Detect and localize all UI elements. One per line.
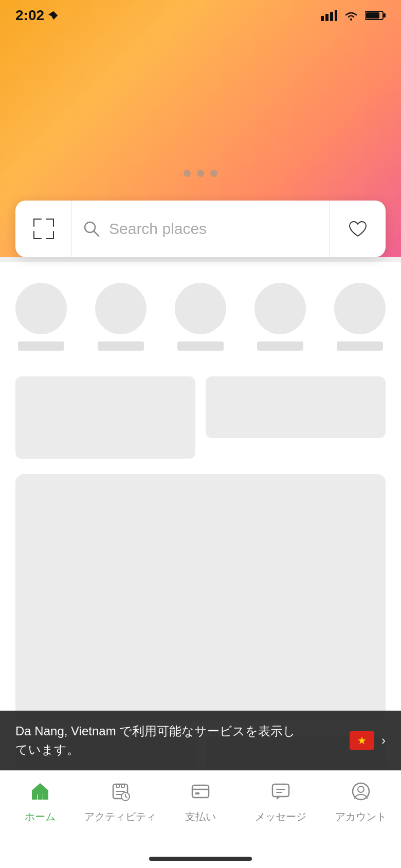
tab-payment-label: 支払い [185, 810, 216, 824]
home-indicator [149, 857, 252, 861]
svg-rect-3 [335, 10, 337, 21]
categories-row [15, 283, 386, 351]
category-label-1 [18, 341, 64, 351]
tab-account-label: アカウント [335, 810, 387, 824]
svg-rect-8 [33, 219, 42, 220]
svg-rect-11 [53, 219, 54, 227]
tab-bar: ホーム アクティビティ 支払い [0, 770, 401, 868]
location-arrow-icon [48, 10, 59, 21]
category-label-2 [98, 341, 144, 351]
signal-icon [321, 10, 337, 21]
svg-rect-21 [121, 784, 124, 787]
category-circle-4 [254, 283, 306, 334]
svg-point-4 [350, 19, 352, 21]
svg-rect-7 [366, 12, 379, 19]
large-skeleton-card [15, 474, 386, 721]
status-time: 2:02 [15, 7, 59, 24]
chevron-right-icon: › [381, 733, 386, 748]
wifi-icon [343, 10, 359, 21]
svg-rect-6 [384, 13, 386, 17]
status-bar: 2:02 [0, 0, 401, 31]
main-content [0, 262, 401, 765]
search-bar-container: Search places [15, 201, 386, 257]
home-icon [29, 780, 51, 806]
tab-payment[interactable]: 支払い [160, 780, 241, 824]
skeleton-card-1 [15, 376, 195, 459]
activity-icon [109, 780, 132, 806]
two-card-row [15, 376, 386, 459]
category-label-3 [177, 341, 224, 351]
category-item-2 [95, 283, 147, 351]
category-circle-5 [334, 283, 386, 334]
tab-home[interactable]: ホーム [0, 780, 80, 824]
svg-rect-13 [33, 231, 34, 239]
category-label-4 [257, 341, 303, 351]
dot-1 [184, 170, 191, 177]
category-circle-2 [95, 283, 147, 334]
category-item-5 [334, 283, 386, 351]
tab-message-label: メッセージ [255, 810, 306, 824]
category-item-4 [254, 283, 306, 351]
category-item-3 [175, 283, 226, 351]
svg-rect-12 [33, 238, 42, 239]
search-placeholder: Search places [109, 220, 207, 238]
svg-rect-29 [195, 792, 199, 794]
qr-scan-button[interactable] [15, 201, 72, 257]
tab-account[interactable]: アカウント [321, 780, 401, 824]
svg-rect-9 [33, 219, 34, 227]
category-circle-1 [15, 283, 67, 334]
location-text: Da Nang, Vietnam で利用可能なサービスを表示しています。 [15, 722, 350, 759]
country-flag: ★ [350, 731, 374, 750]
svg-rect-10 [46, 219, 54, 220]
search-input[interactable]: Search places [72, 220, 329, 238]
category-item-1 [15, 283, 67, 351]
svg-rect-2 [330, 12, 333, 21]
svg-point-34 [358, 786, 364, 792]
svg-rect-20 [116, 784, 119, 787]
qr-scan-icon [30, 215, 57, 242]
battery-icon [365, 10, 386, 21]
dot-3 [210, 170, 217, 177]
svg-rect-27 [192, 785, 209, 798]
svg-rect-1 [325, 14, 329, 21]
payment-icon [189, 780, 212, 806]
heart-icon [347, 218, 369, 240]
tab-message[interactable]: メッセージ [241, 780, 321, 824]
favorites-button[interactable] [329, 201, 386, 257]
category-label-5 [337, 341, 383, 351]
time-display: 2:02 [15, 7, 44, 24]
status-icons [321, 10, 386, 21]
svg-rect-30 [272, 784, 289, 797]
tab-activity-label: アクティビティ [84, 810, 156, 824]
tab-activity[interactable]: アクティビティ [80, 780, 160, 824]
svg-point-16 [85, 222, 95, 232]
svg-rect-14 [46, 238, 54, 239]
svg-rect-15 [53, 231, 54, 239]
svg-line-17 [94, 231, 99, 236]
category-circle-3 [175, 283, 226, 334]
location-right: ★ › [350, 731, 386, 750]
dot-2 [197, 170, 204, 177]
message-icon [269, 780, 292, 806]
svg-rect-0 [321, 16, 324, 21]
location-banner[interactable]: Da Nang, Vietnam で利用可能なサービスを表示しています。 ★ › [0, 711, 401, 770]
tab-home-label: ホーム [25, 810, 56, 824]
account-icon [350, 780, 372, 806]
carousel-dots [0, 170, 401, 177]
svg-rect-18 [38, 794, 43, 800]
skeleton-card-2 [206, 376, 386, 438]
search-icon [82, 220, 101, 238]
